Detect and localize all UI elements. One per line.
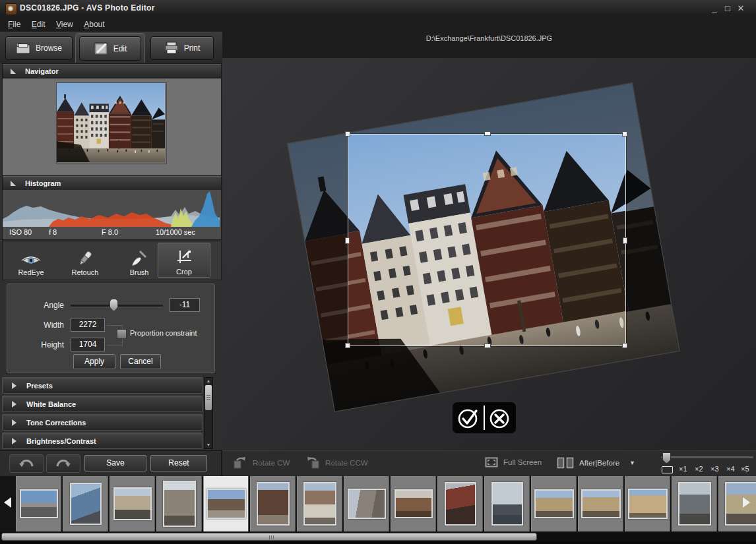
proportion-constraint-checkbox[interactable]: [117, 329, 127, 339]
crop-handle-n[interactable]: [484, 131, 491, 136]
retouch-tool-button[interactable]: Retouch: [59, 243, 111, 278]
window-title: DSC01826.JPG - AVS Photo Editor: [20, 3, 155, 13]
section-brightness-contrast[interactable]: Brightness/Contrast: [2, 433, 203, 449]
filmstrip-thumbnail[interactable]: [531, 476, 577, 531]
printer-icon: [164, 42, 179, 55]
navigator-header[interactable]: Navigator: [2, 63, 222, 78]
save-button[interactable]: Save: [84, 455, 146, 471]
height-field[interactable]: 1704: [71, 338, 105, 351]
filmstrip-thumbnail[interactable]: [391, 476, 436, 531]
crop-handle-w[interactable]: [345, 237, 350, 244]
view-toolbar: Rotate CW Rotate CCW Full Screen After: [222, 450, 756, 476]
menu-edit[interactable]: Edit: [32, 20, 46, 29]
zoom-slider-thumb[interactable]: [662, 452, 671, 464]
filmstrip-thumbnail[interactable]: [484, 476, 530, 531]
collapse-triangle-icon: [11, 181, 16, 186]
zoom-x5[interactable]: ×5: [741, 465, 749, 473]
window-bottom-edge: [0, 541, 756, 544]
angle-slider-thumb[interactable]: [110, 299, 118, 311]
thumbnail-glass-building: [70, 483, 102, 525]
width-field[interactable]: 2272: [71, 318, 105, 332]
browse-button[interactable]: Browse: [5, 36, 73, 60]
full-screen-icon: [485, 457, 498, 468]
filmstrip-thumbnail[interactable]: [437, 476, 483, 531]
filmstrip-thumbnail[interactable]: [625, 476, 670, 531]
cancel-crop-button[interactable]: [487, 406, 512, 431]
thumbnail-carving: [394, 489, 433, 518]
after-before-button[interactable]: After|Before: [557, 457, 619, 469]
section-white-balance[interactable]: White Balance: [2, 396, 203, 412]
zoom-x3[interactable]: ×3: [710, 465, 719, 473]
full-screen-button[interactable]: Full Screen: [485, 457, 542, 468]
cancel-button[interactable]: Cancel: [120, 354, 161, 369]
collapse-triangle-icon: [11, 69, 16, 74]
chevron-right-icon: [12, 382, 16, 389]
histogram-header[interactable]: Histogram: [2, 175, 222, 191]
filmstrip-scrollbar-thumb[interactable]: [1, 533, 537, 541]
thumbnail-opera-house: [534, 489, 574, 518]
section-presets[interactable]: Presets: [2, 377, 203, 394]
crop-tool-button[interactable]: Crop: [158, 243, 210, 278]
thumbnail-building: [725, 482, 756, 526]
image-path: D:\Exchange\Frankfurt\DSC01826.JPG: [222, 34, 756, 42]
crop-handle-se[interactable]: [622, 343, 627, 348]
menu-file[interactable]: File: [8, 20, 20, 29]
crop-handle-s[interactable]: [484, 344, 491, 348]
filmstrip-thumbnail[interactable]: [344, 476, 389, 531]
fit-to-screen-icon[interactable]: [662, 466, 673, 473]
scrollbar-grip: [269, 535, 274, 539]
scrollbar-thumb[interactable]: [205, 385, 212, 410]
menu-about[interactable]: About: [84, 20, 104, 29]
crop-icon: [175, 249, 193, 266]
filmstrip-thumbnail[interactable]: [250, 476, 296, 531]
crop-handle-ne[interactable]: [622, 131, 627, 136]
filmstrip-thumbnail[interactable]: [718, 476, 756, 531]
thumbnail-church-spire: [491, 482, 523, 526]
iso-value: ISO 80: [9, 228, 32, 236]
redo-button[interactable]: [46, 454, 80, 473]
undo-button[interactable]: [9, 454, 44, 473]
scroll-up-arrow[interactable]: ▲: [205, 378, 212, 384]
scroll-down-arrow[interactable]: ▼: [205, 442, 212, 448]
close-button[interactable]: ✕: [735, 3, 747, 15]
confirm-crop-button[interactable]: [456, 406, 481, 431]
print-button[interactable]: Print: [150, 36, 214, 60]
zoom-x1[interactable]: ×1: [679, 465, 687, 473]
apply-button[interactable]: Apply: [73, 354, 115, 369]
after-before-dropdown-caret[interactable]: ▼: [629, 460, 635, 466]
navigator-panel: [2, 78, 222, 176]
filmstrip-thumbnail[interactable]: [297, 476, 342, 531]
filmstrip-thumbnail-selected[interactable]: [203, 476, 249, 531]
reset-button[interactable]: Reset: [150, 455, 207, 471]
width-label: Width: [27, 320, 64, 330]
filmstrip-right-arrow[interactable]: [743, 497, 750, 508]
edit-button[interactable]: Edit: [79, 36, 141, 61]
retouch-brush-icon: [77, 250, 94, 267]
angle-value-field[interactable]: -11: [170, 298, 200, 312]
redeye-tool-button[interactable]: RedEye: [5, 243, 57, 278]
section-tone-corrections[interactable]: Tone Corrections: [2, 414, 203, 431]
filmstrip-thumbnail[interactable]: [672, 476, 717, 531]
zoom-slider-track[interactable]: [661, 456, 753, 458]
filmstrip-left-arrow[interactable]: [4, 497, 11, 508]
crop-selection[interactable]: [348, 134, 626, 346]
sidebar: Navigator Histogram ISO 80 f 8 F 8.0 10/: [0, 63, 224, 450]
filmstrip-thumbnail[interactable]: [63, 476, 108, 531]
crop-handle-nw[interactable]: [345, 131, 350, 136]
after-before-icon: [557, 457, 574, 469]
zoom-x2[interactable]: ×2: [695, 465, 703, 473]
filmstrip-thumbnail[interactable]: [16, 476, 61, 531]
rotate-cw-button[interactable]: Rotate CW: [233, 457, 290, 469]
rotate-ccw-button[interactable]: Rotate CCW: [305, 457, 368, 469]
crop-handle-e[interactable]: [623, 237, 627, 244]
menu-view[interactable]: View: [56, 20, 73, 29]
sidebar-scrollbar[interactable]: ▲ ▼: [204, 377, 213, 449]
minimize-button[interactable]: _: [709, 3, 720, 15]
paintbrush-icon: [131, 250, 148, 267]
filmstrip-thumbnail[interactable]: [110, 476, 155, 531]
zoom-x4[interactable]: ×4: [726, 465, 735, 473]
filmstrip-thumbnail[interactable]: [578, 476, 623, 531]
filmstrip-thumbnail[interactable]: [156, 476, 202, 531]
maximize-button[interactable]: □: [722, 3, 734, 15]
crop-handle-sw[interactable]: [345, 343, 350, 348]
